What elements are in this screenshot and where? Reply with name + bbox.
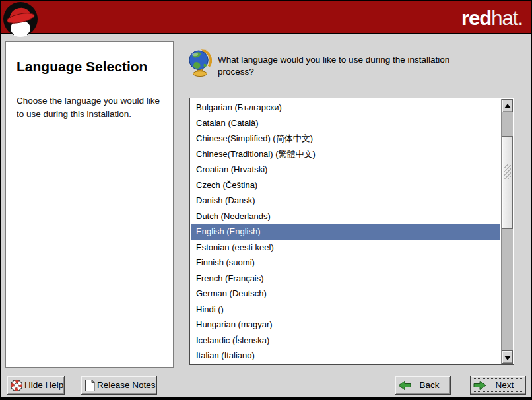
language-list: Bulgarian (Български) Catalan (Català) C…: [191, 100, 500, 364]
document-icon: [84, 379, 96, 392]
back-label: Back: [413, 380, 446, 390]
language-list-item[interactable]: Icelandic (Íslenska): [191, 333, 500, 349]
language-list-item[interactable]: German (Deutsch): [191, 286, 500, 302]
next-arrow-icon: [473, 380, 486, 391]
main-area: Language Selection Choose the language y…: [1, 34, 531, 397]
back-button[interactable]: Back: [395, 376, 451, 395]
language-label: Bulgarian (Български): [196, 102, 282, 112]
language-label: Hungarian (magyar): [196, 319, 273, 329]
hide-help-button[interactable]: Hide Help: [7, 376, 65, 395]
language-list-item[interactable]: Czech (Čeština): [191, 178, 500, 193]
language-label: Finnish (suomi): [196, 257, 255, 267]
language-label: Dutch (Nederlands): [196, 211, 271, 221]
help-panel: Language Selection Choose the language y…: [5, 41, 174, 368]
language-list-item[interactable]: Danish (Dansk): [191, 193, 500, 209]
redhat-shadowman-logo-icon: [3, 1, 38, 37]
release-notes-label: Release Notes: [97, 380, 156, 390]
language-label: Italian (Italiano): [196, 350, 255, 360]
scrollbar-up-button[interactable]: [502, 99, 513, 112]
language-label: Croatian (Hrvatski): [196, 164, 267, 174]
next-button[interactable]: Next: [470, 376, 526, 395]
language-list-item[interactable]: Estonian (eesti keel): [191, 240, 500, 255]
language-label: Estonian (eesti keel): [196, 242, 274, 252]
language-list-item[interactable]: Chinese(Traditional) (繁體中文): [191, 147, 500, 162]
language-label: Catalan (Català): [196, 118, 259, 128]
prompt-text: What language would you like to use duri…: [218, 54, 454, 78]
back-arrow-icon: [398, 380, 411, 391]
arrow-down-icon: [504, 356, 511, 360]
language-label: Chinese(Traditional) (繁體中文): [196, 149, 316, 159]
scrollbar-grip: [504, 164, 511, 179]
lifebuoy-icon: [10, 379, 23, 392]
arrow-up-icon: [504, 104, 511, 108]
language-list-item[interactable]: French (Français): [191, 271, 500, 286]
language-list-item[interactable]: Chinese(Simplified) (简体中文): [191, 131, 500, 147]
language-label: Chinese(Simplified) (简体中文): [196, 133, 313, 143]
language-list-item[interactable]: Bulgarian (Български): [191, 100, 500, 116]
scrollbar-track[interactable]: [502, 112, 513, 136]
release-notes-button[interactable]: Release Notes: [81, 376, 157, 395]
scrollbar: [501, 99, 513, 364]
language-list-item[interactable]: Italian (Italiano): [191, 348, 500, 364]
language-list-item[interactable]: Finnish (suomi): [191, 255, 500, 271]
language-listbox: Bulgarian (Български) Catalan (Català) C…: [189, 98, 514, 365]
language-list-item[interactable]: English (English): [191, 224, 500, 240]
language-label: Icelandic (Íslenska): [196, 335, 269, 345]
language-label: German (Deutsch): [196, 288, 267, 298]
header: redhat.: [1, 1, 531, 33]
globe-icon: [188, 48, 212, 80]
language-label: French (Français): [196, 273, 264, 283]
scrollbar-down-button[interactable]: [502, 350, 513, 364]
language-list-item[interactable]: Hindi (): [191, 302, 500, 317]
language-list-item[interactable]: Catalan (Català): [191, 116, 500, 131]
language-list-item[interactable]: Croatian (Hrvatski): [191, 162, 500, 178]
language-label: Hindi (): [196, 304, 224, 314]
language-label: Danish (Dansk): [196, 195, 255, 205]
language-label: English (English): [196, 226, 261, 236]
help-text: Choose the language you would like to us…: [17, 94, 162, 121]
hide-help-label: Hide Help: [24, 380, 63, 390]
language-list-item[interactable]: Dutch (Nederlands): [191, 209, 500, 224]
next-label: Next: [488, 380, 521, 390]
language-label: Czech (Čeština): [196, 180, 257, 190]
scrollbar-thumb[interactable]: [502, 136, 513, 229]
redhat-wordmark: redhat.: [461, 7, 523, 30]
language-list-item[interactable]: Hungarian (magyar): [191, 317, 500, 333]
installer-window: redhat. Language Selection Choose the la…: [0, 0, 532, 400]
page-title: Language Selection: [17, 59, 162, 75]
